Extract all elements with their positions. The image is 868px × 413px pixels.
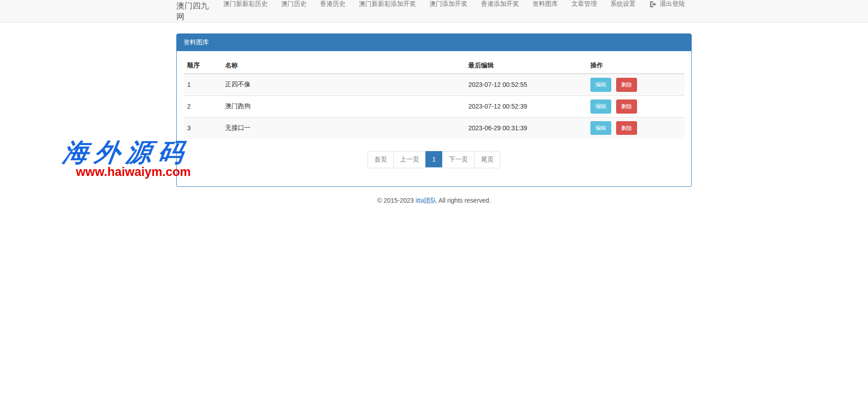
edit-button[interactable]: 编辑 [590, 121, 611, 135]
delete-button[interactable]: 删除 [616, 100, 637, 114]
panel-body: 顺序 名称 最后编辑 操作 1 正四不像 2023-07-12 00:52:55… [177, 51, 691, 186]
edit-button[interactable]: 编辑 [590, 100, 611, 114]
column-header-order: 顺序 [184, 58, 222, 74]
footer: © 2015-2023 itta团队 All rights reserved. [0, 197, 868, 205]
footer-copyright: © 2015-2023 [377, 197, 414, 204]
cell-last-edited: 2023-07-12 00:52:55 [465, 74, 587, 95]
table-header-row: 顺序 名称 最后编辑 操作 [184, 58, 684, 74]
cell-actions: 编辑 删除 [587, 95, 684, 117]
nav-item-hongkong-history[interactable]: 香港历史 [313, 0, 352, 8]
pagination-page-1[interactable]: 1 [425, 151, 443, 167]
nav-item-image-gallery[interactable]: 资料图库 [526, 0, 565, 8]
footer-team-link[interactable]: itta团队 [415, 197, 437, 204]
nav-item-macau-xinxin-add-draw[interactable]: 澳门新新彩添加开奖 [352, 0, 423, 8]
main-nav: 澳门新新彩历史 澳门历史 香港历史 澳门新新彩添加开奖 澳门添加开奖 香港添加开… [217, 0, 692, 22]
cell-actions: 编辑 删除 [587, 117, 684, 138]
cell-order: 2 [184, 95, 222, 117]
top-navbar: 澳门四九网 澳门新新彩历史 澳门历史 香港历史 澳门新新彩添加开奖 澳门添加开奖… [0, 0, 868, 23]
logout-link[interactable]: 退出登陆 [642, 0, 692, 8]
cell-actions: 编辑 删除 [587, 74, 684, 95]
nav-item-system-settings[interactable]: 系统设置 [604, 0, 642, 8]
delete-button[interactable]: 删除 [616, 78, 637, 92]
cell-name: 正四不像 [222, 74, 465, 95]
gallery-table: 顺序 名称 最后编辑 操作 1 正四不像 2023-07-12 00:52:55… [184, 58, 684, 138]
column-header-actions: 操作 [587, 58, 684, 74]
column-header-last-edited: 最后编辑 [465, 58, 587, 74]
pagination-first[interactable]: 首页 [368, 151, 394, 168]
pagination-container: 首页 上一页 1 下一页 尾页 [184, 151, 684, 168]
edit-button[interactable]: 编辑 [590, 78, 611, 92]
gallery-panel: 资料图库 顺序 名称 最后编辑 操作 1 正四不像 2023-07-12 00:… [176, 33, 692, 187]
delete-button[interactable]: 删除 [616, 121, 637, 135]
table-row: 3 无接口一 2023-06-29 00:31:39 编辑 删除 [184, 117, 684, 138]
nav-item-macau-add-draw[interactable]: 澳门添加开奖 [423, 0, 474, 8]
panel-title: 资料图库 [177, 34, 691, 51]
cell-name: 澳门跑狗 [222, 95, 465, 117]
sign-out-icon [649, 1, 657, 8]
nav-item-hongkong-add-draw[interactable]: 香港添加开奖 [474, 0, 526, 8]
pagination-last[interactable]: 尾页 [474, 151, 500, 168]
footer-rights: All rights reserved. [439, 197, 491, 204]
brand-logo[interactable]: 澳门四九网 [176, 0, 217, 22]
cell-last-edited: 2023-07-12 00:52:39 [465, 95, 587, 117]
cell-order: 3 [184, 117, 222, 138]
cell-order: 1 [184, 74, 222, 95]
table-row: 1 正四不像 2023-07-12 00:52:55 编辑 删除 [184, 74, 684, 95]
main-content: 资料图库 顺序 名称 最后编辑 操作 1 正四不像 2023-07-12 00:… [0, 23, 868, 205]
pagination-prev[interactable]: 上一页 [393, 151, 426, 168]
table-row: 2 澳门跑狗 2023-07-12 00:52:39 编辑 删除 [184, 95, 684, 117]
cell-last-edited: 2023-06-29 00:31:39 [465, 117, 587, 138]
column-header-name: 名称 [222, 58, 465, 74]
pagination: 首页 上一页 1 下一页 尾页 [368, 151, 500, 168]
cell-name: 无接口一 [222, 117, 465, 138]
nav-item-macau-xinxin-history[interactable]: 澳门新新彩历史 [217, 0, 274, 8]
nav-item-article-management[interactable]: 文章管理 [565, 0, 604, 8]
logout-label: 退出登陆 [660, 0, 685, 8]
nav-item-macau-history[interactable]: 澳门历史 [274, 0, 313, 8]
pagination-next[interactable]: 下一页 [442, 151, 475, 168]
